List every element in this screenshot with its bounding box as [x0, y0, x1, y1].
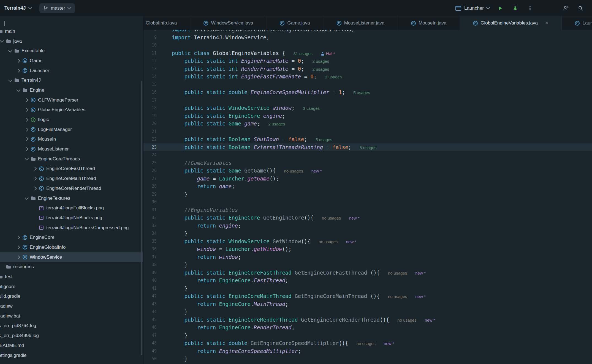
- tree-item-Executable[interactable]: Executable: [0, 46, 143, 56]
- tree-item-terrain4JlogoNoBlocks.png[interactable]: terrain4JlogoNoBlocks.png: [0, 213, 143, 223]
- usages-inlay[interactable]: no usages: [397, 318, 416, 322]
- tree-item-EngineCoreMainThread[interactable]: CEngineCoreMainThread: [0, 174, 143, 184]
- usages-inlay[interactable]: 2 usages: [325, 75, 342, 79]
- code-line-11[interactable]: 11public class GlobalEngineVariables {31…: [143, 49, 592, 57]
- tree-item-GLFWImageParser[interactable]: CGLFWImageParser: [0, 95, 143, 105]
- usages-inlay[interactable]: 5 usages: [316, 137, 332, 142]
- usages-inlay[interactable]: new *: [415, 294, 426, 299]
- tree-item-java[interactable]: java: [0, 36, 143, 46]
- tree-item-EngineGlobalInfo[interactable]: CEngineGlobalInfo: [0, 242, 143, 252]
- branch-widget[interactable]: master: [39, 3, 75, 13]
- tree-item-main[interactable]: main: [0, 26, 143, 36]
- tree-item-WindowService[interactable]: CWindowService: [0, 252, 143, 262]
- tree-item-Engine[interactable]: Engine: [0, 85, 143, 95]
- tab-Game.java[interactable]: CGame.java: [267, 17, 323, 30]
- tree-item-gradlew[interactable]: gradlew: [0, 301, 143, 311]
- usages-inlay[interactable]: 2 usages: [313, 59, 329, 64]
- usages-inlay[interactable]: new *: [311, 169, 322, 173]
- tree-item-EngineCoreThreads[interactable]: EngineCoreThreads: [0, 154, 143, 164]
- tab-GlobalInfo.java[interactable]: GlobalInfo.java: [143, 17, 190, 30]
- tree-scrollbar[interactable]: [141, 81, 142, 355]
- chevron-right-icon[interactable]: [32, 176, 37, 181]
- tree-item-EngineCore[interactable]: CEngineCore: [0, 232, 143, 242]
- usages-inlay[interactable]: no usages: [388, 271, 407, 275]
- chevron-right-icon[interactable]: [24, 107, 29, 112]
- code-line-47[interactable]: 47 }: [143, 332, 592, 340]
- usages-inlay[interactable]: 2 usages: [313, 67, 329, 72]
- code-line-26[interactable]: 26 public static Game GetGame(){no usage…: [143, 167, 592, 175]
- chevron-right-icon[interactable]: [16, 255, 21, 260]
- code-line-44[interactable]: 44 }: [143, 308, 592, 316]
- chevron-down-icon[interactable]: [8, 48, 13, 53]
- code-line-38[interactable]: 38 }: [143, 261, 592, 269]
- code-line-20[interactable]: 20 public static Game game;2 usages: [143, 120, 592, 128]
- code-line-50[interactable]: 50 }: [143, 355, 592, 363]
- code-line-18[interactable]: 18 public static WindowService window;3 …: [143, 104, 592, 112]
- tree-item-EngineCoreFastThread[interactable]: CEngineCoreFastThread: [0, 164, 143, 174]
- tree-item-EngineCoreRenderThread[interactable]: CEngineCoreRenderThread: [0, 184, 143, 193]
- usages-inlay[interactable]: new *: [349, 216, 360, 220]
- code-line-16[interactable]: 16 public static double EngineCoreSpeedM…: [143, 88, 592, 96]
- usages-inlay[interactable]: 5 usages: [353, 90, 370, 95]
- tree-item-MouseListener[interactable]: CMouseListener: [0, 144, 143, 154]
- code-editor[interactable]: 8import Terrain4J.EngineCoreThreads.Engi…: [143, 30, 592, 364]
- code-line-43[interactable]: 43 return EngineCore.MainThread;: [143, 300, 592, 308]
- tree-item-test[interactable]: test: [0, 272, 143, 282]
- tab-WindowService.java[interactable]: CWindowService.java: [190, 17, 267, 30]
- tree-item-Launcher[interactable]: CLauncher: [0, 66, 143, 76]
- tree-item-Game[interactable]: CGame: [0, 56, 143, 66]
- author-inlay[interactable]: Hal *: [321, 51, 335, 56]
- code-line-49[interactable]: 49 return EngineCoreSpeedMultiplier;: [143, 347, 592, 355]
- more-actions-button[interactable]: [526, 4, 534, 12]
- code-line-10[interactable]: 10: [143, 41, 592, 49]
- tree-item-MouseIn[interactable]: CMouseIn: [0, 135, 143, 144]
- chevron-right-icon[interactable]: [16, 245, 21, 250]
- tab-Launcher.java[interactable]: CLauncher.java: [562, 17, 592, 30]
- tree-item-settings.gradle[interactable]: settings.gradle: [0, 351, 143, 360]
- code-line-31[interactable]: 31 //EngineVariables: [143, 206, 592, 214]
- chevron-right-icon[interactable]: [32, 186, 37, 191]
- tree-item-.gitignore[interactable]: .gitignore: [0, 282, 143, 292]
- usages-inlay[interactable]: new *: [425, 318, 435, 322]
- tree-item-README.md[interactable]: README.md: [0, 341, 143, 351]
- chevron-right-icon[interactable]: [24, 117, 29, 122]
- code-line-14[interactable]: 14 public static int EngineFastFrameRate…: [143, 73, 592, 81]
- chevron-right-icon[interactable]: [32, 166, 37, 171]
- tree-item-terrain4JlogoFullBlocks.png[interactable]: terrain4JlogoFullBlocks.png: [0, 203, 143, 213]
- code-line-32[interactable]: 32 public static EngineCore GetEngineCor…: [143, 214, 592, 222]
- tree-item-gradlew.bat[interactable]: gradlew.bat: [0, 311, 143, 321]
- code-line-33[interactable]: 33 return engine;: [143, 222, 592, 230]
- usages-inlay[interactable]: no usages: [322, 216, 341, 220]
- code-line-48[interactable]: 48 public static double GetEngineCoreSpe…: [143, 339, 592, 347]
- chevron-right-icon[interactable]: [16, 235, 21, 240]
- code-line-37[interactable]: 37 return window;: [143, 253, 592, 261]
- usages-inlay[interactable]: new *: [346, 239, 357, 244]
- code-line-39[interactable]: 39 public static EngineCoreFastThread Ge…: [143, 269, 592, 277]
- code-line-9[interactable]: 9import Terrain4J.WindowService;: [143, 34, 592, 42]
- code-line-12[interactable]: 12 public static int EngineFrameRate = 0…: [143, 57, 592, 65]
- code-line-28[interactable]: 28 return game;: [143, 182, 592, 190]
- chevron-down-icon[interactable]: [24, 157, 29, 162]
- tree-item-Terrain4J[interactable]: Terrain4J: [0, 75, 143, 85]
- tree-item-GlobalEngineVariables[interactable]: CGlobalEngineVariables: [0, 105, 143, 115]
- tree-item-terrain4JlogoNoBlocksCompressed.png[interactable]: terrain4JlogoNoBlocksCompressed.png: [0, 223, 143, 233]
- tree-item-hs_err_pid34996.log[interactable]: hs_err_pid34996.log: [0, 331, 143, 341]
- run-config-widget[interactable]: Launcher: [455, 6, 490, 11]
- code-with-me-button[interactable]: [562, 4, 570, 12]
- chevron-right-icon[interactable]: [16, 68, 21, 73]
- tree-item-Ilogic[interactable]: IIlogic: [0, 115, 143, 125]
- code-line-21[interactable]: 21: [143, 128, 592, 136]
- code-line-8[interactable]: 8import Terrain4J.EngineCoreThreads.Engi…: [143, 30, 592, 34]
- chevron-right-icon[interactable]: [24, 127, 29, 132]
- tree-item-build.gradle[interactable]: build.gradle: [0, 292, 143, 302]
- code-line-45[interactable]: 45 public static EngineCoreRenderThread …: [143, 316, 592, 324]
- code-line-29[interactable]: 29 }: [143, 190, 592, 198]
- run-button[interactable]: [496, 4, 504, 12]
- usages-inlay[interactable]: 2 usages: [268, 122, 285, 126]
- usages-inlay[interactable]: 8 usages: [360, 145, 376, 150]
- tab-GlobalEngineVariables.java[interactable]: CGlobalEngineVariables.java✕: [460, 17, 562, 30]
- code-line-36[interactable]: 36 window = Launcher.getWindow();: [143, 245, 592, 253]
- usages-inlay[interactable]: no usages: [357, 341, 376, 346]
- chevron-right-icon[interactable]: [16, 58, 21, 63]
- code-line-22[interactable]: 22 public static Boolean ShutDown = fals…: [143, 135, 592, 143]
